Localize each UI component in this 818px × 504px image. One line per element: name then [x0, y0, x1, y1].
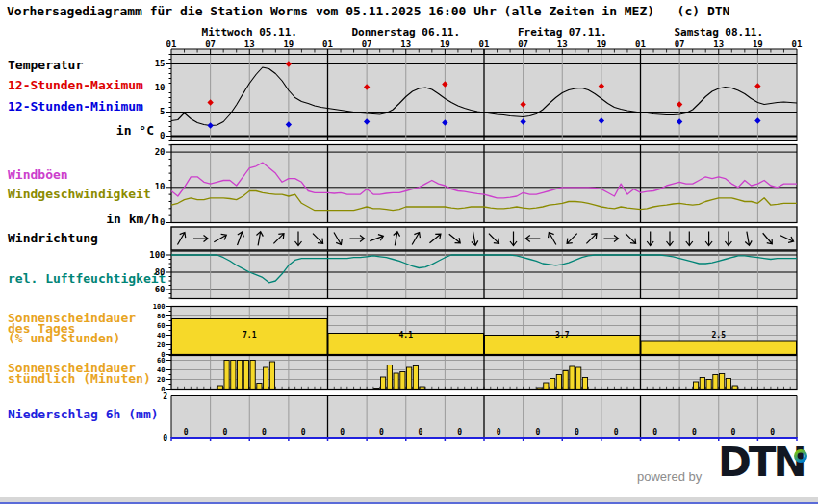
precipitation-panel: 200000000000000000: [163, 392, 797, 442]
svg-text:0: 0: [419, 428, 423, 437]
dtn-logo-dot-icon: [793, 448, 808, 464]
sunshine-daily-panel: 0204060801007.14.13.72.5: [153, 303, 797, 359]
svg-text:0: 0: [340, 428, 345, 437]
svg-text:01: 01: [166, 39, 177, 49]
svg-text:13: 13: [400, 39, 411, 49]
svg-text:0: 0: [301, 428, 306, 437]
forecast-page: Vorhersagediagramm für die Station Worms…: [0, 0, 818, 504]
svg-text:20: 20: [155, 147, 166, 157]
svg-text:10: 10: [155, 83, 166, 92]
svg-text:20: 20: [157, 376, 165, 384]
svg-text:0: 0: [457, 428, 462, 437]
svg-text:01: 01: [792, 39, 803, 49]
svg-text:3.7: 3.7: [555, 331, 570, 340]
svg-text:19: 19: [753, 39, 763, 49]
svg-text:40: 40: [157, 366, 165, 374]
svg-text:Mittwoch 05.11.: Mittwoch 05.11.: [202, 26, 297, 38]
svg-text:07: 07: [518, 39, 528, 49]
svg-text:07: 07: [675, 39, 685, 49]
svg-text:4.1: 4.1: [399, 331, 414, 340]
svg-text:01: 01: [322, 39, 333, 49]
svg-text:0: 0: [770, 428, 775, 437]
svg-text:07: 07: [362, 39, 372, 49]
forecast-chart: Mittwoch 05.11.Donnerstag 06.11.Freitag …: [0, 0, 818, 504]
svg-text:0: 0: [692, 428, 697, 437]
svg-text:13: 13: [244, 39, 255, 49]
svg-text:80: 80: [157, 313, 165, 320]
svg-text:07: 07: [205, 39, 216, 49]
svg-text:13: 13: [557, 39, 568, 49]
svg-text:0: 0: [575, 428, 579, 437]
svg-text:40: 40: [157, 332, 165, 340]
dtn-logo: DTN: [718, 442, 805, 483]
svg-text:15: 15: [155, 59, 166, 68]
svg-text:01: 01: [635, 39, 646, 49]
svg-text:0: 0: [614, 428, 619, 437]
temperature-panel: 051015: [155, 55, 797, 141]
time-axis-header: Mittwoch 05.11.Donnerstag 06.11.Freitag …: [166, 26, 803, 55]
svg-text:0: 0: [222, 428, 227, 437]
svg-text:0: 0: [160, 131, 165, 140]
svg-text:100: 100: [149, 250, 165, 260]
powered-by-text: powered by: [637, 469, 702, 484]
svg-text:7.1: 7.1: [243, 331, 257, 340]
svg-text:19: 19: [596, 39, 606, 49]
svg-text:0: 0: [652, 428, 657, 437]
svg-text:0: 0: [379, 428, 384, 437]
svg-text:10: 10: [155, 182, 166, 191]
svg-text:80: 80: [155, 267, 166, 277]
svg-text:2: 2: [163, 392, 167, 401]
svg-text:01: 01: [479, 39, 490, 49]
svg-text:20: 20: [157, 341, 165, 349]
svg-text:0: 0: [163, 434, 167, 442]
svg-text:0: 0: [262, 428, 267, 437]
svg-text:0: 0: [184, 428, 189, 437]
humidity-panel: 6080100: [149, 250, 797, 299]
svg-text:0: 0: [160, 217, 165, 227]
svg-text:Donnerstag 06.11.: Donnerstag 06.11.: [351, 26, 460, 38]
svg-text:60: 60: [155, 285, 166, 294]
sunshine-hourly-panel: 0204060: [157, 356, 797, 394]
svg-text:60: 60: [157, 357, 165, 365]
svg-text:0: 0: [731, 428, 736, 437]
wind-panel: 01020: [155, 145, 797, 228]
svg-text:100: 100: [153, 303, 166, 311]
svg-text:60: 60: [157, 322, 165, 330]
svg-text:2.5: 2.5: [712, 331, 727, 340]
svg-text:5: 5: [160, 107, 165, 116]
svg-text:19: 19: [440, 39, 450, 49]
svg-text:Samstag 08.11.: Samstag 08.11.: [674, 26, 763, 38]
svg-text:0: 0: [535, 428, 540, 437]
wind-direction-panel: [171, 227, 797, 250]
svg-text:19: 19: [283, 39, 294, 49]
svg-text:Freitag 07.11.: Freitag 07.11.: [518, 26, 607, 38]
svg-text:13: 13: [713, 39, 724, 49]
svg-text:0: 0: [497, 428, 501, 437]
